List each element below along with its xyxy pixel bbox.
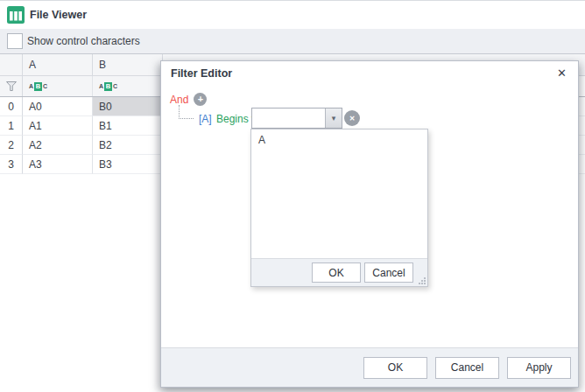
ok-button[interactable]: OK — [363, 357, 427, 379]
condition-value-input[interactable] — [252, 108, 325, 128]
cell-b0-selected[interactable]: B0 — [93, 97, 163, 116]
filter-cell-b[interactable]: ABC — [93, 76, 163, 96]
file-viewer-window: File Viewer Show control characters A B … — [0, 0, 585, 392]
text-type-icon: ABC — [99, 82, 117, 91]
dialog-footer: OK Cancel Apply — [161, 347, 578, 387]
cell-a1[interactable]: A1 — [23, 116, 93, 136]
filter-editor-dialog: Filter Editor ✕ And + [A] Begins with ▾ … — [160, 60, 579, 388]
cell-b3[interactable]: B3 — [93, 155, 163, 174]
show-control-characters-label: Show control characters — [27, 35, 140, 47]
add-condition-icon[interactable]: + — [194, 93, 207, 106]
tree-connector — [179, 105, 194, 119]
column-header-b[interactable]: B — [93, 54, 163, 75]
popup-ok-button[interactable]: OK — [312, 262, 361, 283]
group-operator-row: And + — [170, 93, 207, 106]
filter-row-indicator — [0, 76, 23, 96]
condition-field[interactable]: [A] — [199, 113, 212, 125]
grid-corner-cell — [0, 54, 23, 75]
cancel-button[interactable]: Cancel — [435, 357, 499, 379]
cell-a0[interactable]: A0 — [23, 97, 93, 116]
condition-value-combo: ▾ — [251, 108, 342, 129]
show-control-characters-checkbox[interactable] — [7, 33, 23, 49]
popup-footer: OK Cancel — [251, 258, 427, 286]
apply-button[interactable]: Apply — [507, 357, 571, 379]
row-header[interactable]: 0 — [0, 97, 23, 116]
resize-grip[interactable] — [417, 276, 426, 284]
value-dropdown-popup: A OK Cancel — [250, 129, 428, 287]
text-type-icon: ABC — [29, 82, 47, 91]
row-header[interactable]: 3 — [0, 155, 23, 174]
titlebar: File Viewer — [0, 1, 585, 29]
popup-list-item[interactable]: A — [251, 130, 427, 150]
filter-cell-a[interactable]: ABC — [23, 76, 93, 96]
remove-condition-icon[interactable]: ✕ — [344, 110, 360, 126]
cell-a3[interactable]: A3 — [23, 155, 93, 174]
page-title: File Viewer — [30, 9, 87, 21]
popup-cancel-button[interactable]: Cancel — [364, 262, 413, 283]
cell-a2[interactable]: A2 — [23, 136, 93, 155]
row-header[interactable]: 1 — [0, 116, 23, 136]
chevron-down-icon[interactable]: ▾ — [325, 108, 342, 128]
close-icon[interactable]: ✕ — [557, 66, 567, 80]
column-header-a[interactable]: A — [23, 54, 93, 75]
funnel-icon — [6, 81, 17, 91]
group-operator-and[interactable]: And — [170, 94, 188, 106]
table-icon — [7, 6, 25, 24]
row-header[interactable]: 2 — [0, 136, 23, 155]
dialog-title: Filter Editor — [171, 67, 232, 80]
cell-b1[interactable]: B1 — [93, 116, 163, 136]
cell-b2[interactable]: B2 — [93, 136, 163, 155]
toolbar: Show control characters — [0, 29, 585, 54]
